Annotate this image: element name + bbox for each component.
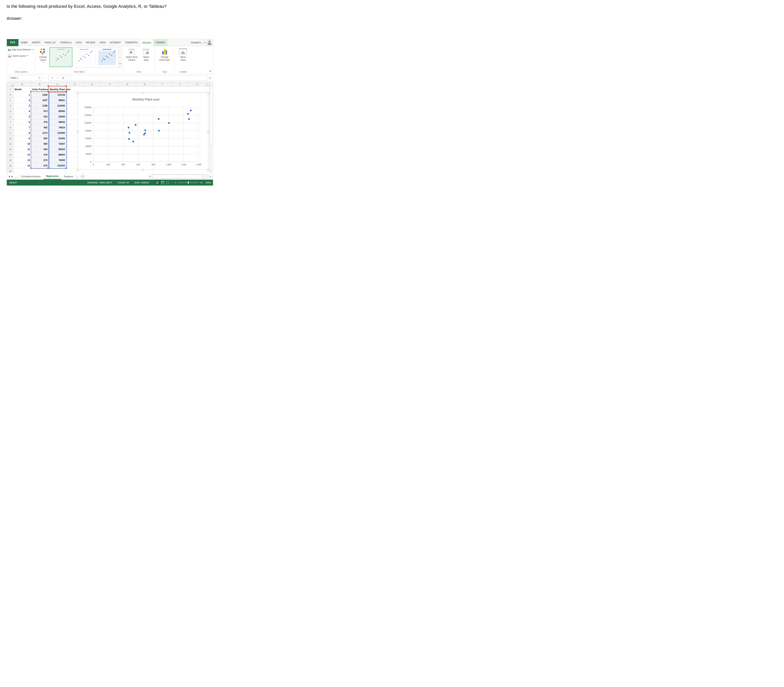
new-sheet-icon[interactable]: + [81,174,84,178]
ribbon-tab-file[interactable]: FILE [7,39,18,46]
grid-cell[interactable]: 690 [31,141,49,146]
chart-resize-handle[interactable] [207,92,209,94]
grid-cell[interactable]: 74624 [49,125,66,130]
grid-cell[interactable]: 1296 [31,103,49,108]
column-header-c[interactable]: C [49,82,66,87]
chart-style-thumbnail-2[interactable] [72,48,95,67]
ribbon-tab-formula[interactable]: FORMULA [58,39,74,46]
column-header-h[interactable]: H [136,82,154,87]
grid-cell[interactable]: 5 [14,114,31,119]
scroll-left-icon[interactable] [148,174,152,179]
zoom-level[interactable]: 100% [204,181,211,184]
grid-cell[interactable] [84,87,101,92]
formula-input[interactable] [69,75,207,81]
expand-formula-bar-icon[interactable] [209,77,211,79]
column-header-k[interactable]: K [189,82,206,87]
chart-resize-handle[interactable] [207,130,209,132]
ribbon-tab-home[interactable]: HOME [18,39,30,46]
ribbon-tab-acrobat[interactable]: ACROBAT [108,39,123,46]
scroll-up-icon[interactable] [210,82,213,86]
chart-resize-handle[interactable] [142,92,144,94]
sheet-tab-regression[interactable]: Regression [43,173,61,179]
insert-function-icon[interactable]: fx [62,76,64,79]
grid-cell[interactable]: 8 [14,130,31,136]
grid-cell[interactable]: 482 [31,125,49,130]
gallery-scroll-up-icon[interactable] [118,48,122,54]
grid-cell[interactable]: 80000 [49,108,66,114]
name-box[interactable]: Chart 1 [8,75,42,81]
grid-cell[interactable] [49,168,66,174]
grid-cell[interactable] [206,87,209,92]
grid-cell[interactable]: 95024 [49,146,66,152]
gallery-scroll-down-icon[interactable] [118,54,122,61]
vertical-scrollbar[interactable] [209,82,213,173]
account-area[interactable]: Donald H... [191,39,213,46]
grid-cell[interactable]: Monthly Plant cost [49,87,66,92]
grid-cell[interactable] [14,168,31,174]
cancel-icon[interactable]: ✕ [51,76,53,79]
row-header-6[interactable]: 6 [7,114,14,119]
select-all-corner[interactable] [7,82,14,87]
chart-style-thumbnail-1[interactable] [49,48,72,67]
column-header-i[interactable]: I [154,82,171,87]
grid-cell[interactable]: 1 [14,92,31,98]
gallery-more-icon[interactable] [118,61,122,67]
horizontal-scroll-thumb[interactable] [152,174,202,178]
ribbon-tab-powerpiv[interactable]: POWERPIV [123,39,140,46]
grid-cell[interactable]: 675 [31,158,49,163]
enter-icon[interactable]: ✓ [57,76,59,79]
gallery-scroll[interactable] [118,47,122,67]
quick-layout-button[interactable]: Quick Layout [8,53,34,58]
grid-cell[interactable]: 73507 [49,141,66,146]
grid-cell[interactable]: 123118 [49,92,66,98]
grid-cell[interactable]: Units Produced [31,87,49,92]
grid-cell[interactable]: 12 [14,152,31,158]
zoom-slider-thumb[interactable] [188,181,189,184]
collapse-ribbon-icon[interactable] [209,71,211,72]
grid-cell[interactable]: 81000 [49,136,66,141]
row-header-7[interactable]: 7 [7,119,14,125]
column-header-e[interactable]: E [84,82,101,87]
ribbon-tab-review[interactable]: REVIEW [84,39,97,46]
tabs-splitter[interactable]: ⋮ [87,175,89,178]
change-colors-button[interactable]: Change Colors [36,47,49,62]
grid-cell[interactable]: 564 [31,146,49,152]
sheet-tab-regressi[interactable]: Regressi [61,173,76,179]
scroll-right-icon[interactable] [208,174,212,179]
grid-cell[interactable]: 1260 [31,92,49,98]
row-header-16[interactable]: 16 [7,168,14,174]
sheet-overflow-right[interactable]: ... [76,175,79,178]
page-break-view-button[interactable] [165,181,170,185]
ribbon-tab-format[interactable]: FORMAT [153,39,168,46]
vertical-scroll-thumb[interactable] [210,86,213,145]
sheet-tab-correlationsolution[interactable]: CorrelationSolution [18,173,43,179]
chart-resize-handle[interactable] [77,92,79,94]
row-header-2[interactable]: 2 [7,92,14,98]
row-header-11[interactable]: 11 [7,141,14,146]
grid-cell[interactable]: 1273 [31,130,49,136]
column-header-g[interactable]: G [118,82,136,87]
grid-cell[interactable]: 11 [14,146,31,152]
grid-cell[interactable]: 870 [31,163,49,168]
grid-cell[interactable]: 58625 [49,119,66,125]
horizontal-scrollbar[interactable] [152,174,208,179]
chart-resize-handle[interactable] [207,169,209,171]
grid-cell[interactable]: Month [14,87,31,92]
column-header-l[interactable]: L [206,82,209,87]
grid-cell[interactable]: 1007 [31,98,49,103]
move-chart-button[interactable]: Move Chart [176,47,190,61]
grid-cell[interactable]: 132000 [49,103,66,108]
ribbon-tab-design[interactable]: DESIGN [140,39,153,46]
ribbon-tab-view[interactable]: VIEW [97,39,108,46]
chart-style-thumbnail-3[interactable] [95,48,118,67]
grid-cell[interactable]: 52000 [49,114,66,119]
grid-cell[interactable]: 110000 [49,130,66,136]
add-chart-element-button[interactable]: Add Chart Element [8,47,34,52]
row-header-13[interactable]: 13 [7,152,14,158]
grid-cell[interactable] [101,87,118,92]
grid-cell[interactable] [118,87,136,92]
row-header-4[interactable]: 4 [7,103,14,108]
row-header-15[interactable]: 15 [7,163,14,168]
zoom-slider[interactable] [178,182,199,183]
grid-cell[interactable]: 3 [14,103,31,108]
